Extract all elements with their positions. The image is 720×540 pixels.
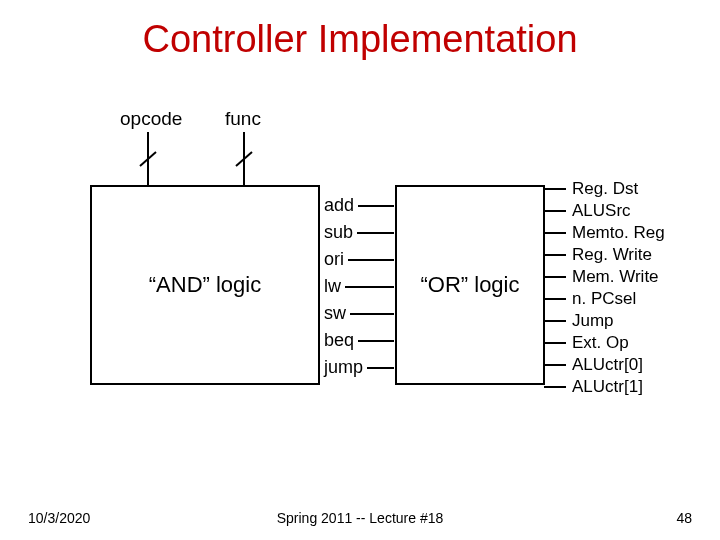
mid-add: add xyxy=(324,195,354,216)
and-logic-label: “AND” logic xyxy=(149,272,261,298)
out-aluctr0: ALUctr[0] xyxy=(572,354,643,376)
output-signals: Reg. Dst ALUSrc Memto. Reg Reg. Write Me… xyxy=(566,178,665,398)
or-logic-box: “OR” logic xyxy=(395,185,545,385)
bus-func xyxy=(232,132,262,187)
out-aluctr1: ALUctr[1] xyxy=(572,376,643,398)
mid-jump: jump xyxy=(324,357,363,378)
out-jump: Jump xyxy=(572,310,614,332)
mid-ori: ori xyxy=(324,249,344,270)
label-opcode: opcode xyxy=(120,108,182,130)
out-alusrc: ALUSrc xyxy=(572,200,631,222)
bus-opcode xyxy=(136,132,166,187)
and-logic-box: “AND” logic xyxy=(90,185,320,385)
decoded-signals: add sub ori lw sw beq jump xyxy=(324,192,394,381)
or-logic-label: “OR” logic xyxy=(420,272,519,298)
mid-sub: sub xyxy=(324,222,353,243)
out-npcsel: n. PCsel xyxy=(572,288,636,310)
out-memtoreg: Memto. Reg xyxy=(572,222,665,244)
footer-page: 48 xyxy=(676,510,692,526)
out-memwrite: Mem. Write xyxy=(572,266,659,288)
mid-beq: beq xyxy=(324,330,354,351)
out-regwrite: Reg. Write xyxy=(572,244,652,266)
page-title: Controller Implementation xyxy=(0,18,720,61)
out-regdst: Reg. Dst xyxy=(572,178,638,200)
out-extop: Ext. Op xyxy=(572,332,629,354)
mid-lw: lw xyxy=(324,276,341,297)
footer-lecture: Spring 2011 -- Lecture #18 xyxy=(0,510,720,526)
mid-sw: sw xyxy=(324,303,346,324)
label-func: func xyxy=(225,108,261,130)
